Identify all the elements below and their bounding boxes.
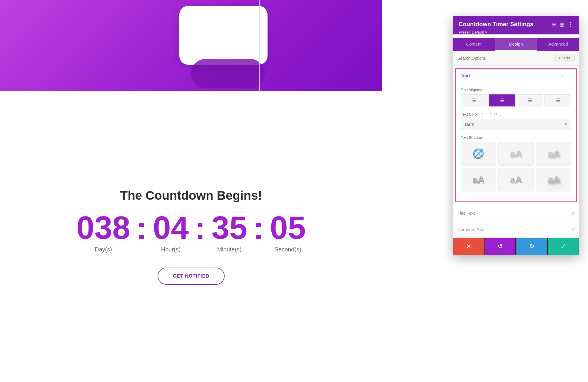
panel-header-icons: ⊞ ▦ ⋮ (552, 21, 573, 28)
settings-panel: Countdown Timer Settings ⊞ ▦ ⋮ Preset: D… (453, 16, 579, 255)
timer-minutes-value: 35 (211, 211, 247, 244)
shadow-style-3-button[interactable]: aA (461, 168, 496, 191)
panel-header-top: Countdown Timer Settings ⊞ ▦ ⋮ (459, 21, 573, 28)
timer-colon-3: : (253, 212, 264, 244)
redo-button[interactable]: ↻ (516, 238, 548, 255)
text-shadow-row: Text Shadow (461, 135, 571, 191)
shadow-style-2-button[interactable]: aA (536, 142, 571, 166)
timer-seconds-label: Second(s) (275, 246, 301, 253)
shadow-style-4-button[interactable]: aA (498, 168, 534, 191)
alignment-buttons: ☰ ☰ ☰ ☰ (461, 94, 571, 106)
align-right-button[interactable]: ☰ (517, 94, 543, 106)
title-text-section[interactable]: Title Text ∨ (453, 205, 579, 221)
cancel-icon: ✕ (466, 243, 471, 250)
save-button[interactable]: ✓ (548, 238, 579, 255)
shadow-preview-4: aA (510, 174, 522, 185)
timer-days-value: 038 (76, 211, 131, 244)
shadow-none-button[interactable] (461, 142, 496, 166)
section-header-icons: ∧ ⋮ (561, 73, 571, 79)
redo-icon: ↻ (529, 243, 534, 250)
shadow-preview-3: aA (472, 174, 485, 185)
alignment-label: Text Alignment (461, 88, 571, 92)
more-options-icon[interactable]: ⋮ (568, 21, 573, 28)
timer-unit-minutes: 35 Minute(s) (211, 211, 247, 253)
text-color-row: Text Color ? ▭ ↖ ↺ ⋮ Dark Light (461, 112, 571, 130)
tab-design[interactable]: Design (495, 38, 537, 51)
color-more-icon[interactable]: ⋮ (499, 112, 503, 116)
collapse-icon[interactable]: ∧ (561, 73, 564, 79)
title-text-label: Title Text (457, 211, 475, 216)
purple-banner (0, 0, 382, 91)
text-alignment-row: Text Alignment ☰ ☰ ☰ ☰ (461, 88, 571, 106)
timer-hours-label: Hour(s) (161, 246, 181, 253)
action-bar: ✕ ↺ ↻ ✓ (453, 238, 579, 255)
numbers-text-section[interactable]: Numbers Text ∨ (453, 221, 579, 238)
timer-unit-days: 038 Day(s) (76, 211, 131, 253)
timer-seconds-value: 05 (270, 211, 306, 244)
device-icon[interactable]: ▭ (485, 112, 488, 116)
filter-button[interactable]: + Filter (554, 54, 574, 62)
shadow-preview-2: aA (548, 149, 560, 159)
preset-label: Preset: Default (459, 30, 484, 34)
panel-tabs: Content Design Advanced (453, 38, 579, 51)
align-center-button[interactable]: ☰ (489, 94, 515, 106)
timer-colon-1: : (136, 212, 147, 244)
timer-unit-seconds: 05 Second(s) (270, 211, 306, 253)
svg-line-1 (475, 151, 482, 157)
canvas-divider (259, 0, 260, 91)
expand-icon[interactable]: ⊞ (552, 21, 556, 28)
undo-button[interactable]: ↺ (485, 238, 516, 255)
countdown-timer: 038 Day(s) : 04 Hour(s) : 35 Minute(s) :… (76, 211, 306, 253)
timer-hours-value: 04 (153, 211, 189, 244)
reset-icon[interactable]: ↺ (494, 112, 497, 116)
no-shadow-icon (473, 149, 484, 159)
search-input[interactable] (457, 56, 554, 61)
main-canvas: The Countdown Begins! 038 Day(s) : 04 Ho… (0, 0, 382, 382)
shadow-style-5-button[interactable]: aA (536, 168, 571, 191)
numbers-text-chevron: ∨ (571, 227, 574, 232)
panel-body: Text ∧ ⋮ Text Alignment ☰ ☰ ☰ ☰ (453, 68, 579, 255)
help-icon[interactable]: ? (481, 112, 483, 116)
countdown-title: The Countdown Begins! (120, 189, 262, 203)
tab-advanced[interactable]: Advanced (537, 38, 579, 51)
align-justify-button[interactable]: ☰ (544, 94, 571, 106)
align-left-button[interactable]: ☰ (461, 94, 487, 106)
grid-icon[interactable]: ▦ (559, 21, 564, 28)
get-notified-button[interactable]: GET NOTIFIED (158, 268, 225, 285)
countdown-content: The Countdown Begins! 038 Day(s) : 04 Ho… (0, 91, 382, 382)
shadow-grid: aA aA aA aA (461, 142, 571, 191)
color-label: Text Color ? ▭ ↖ ↺ ⋮ (461, 112, 571, 116)
timer-unit-hours: 04 Hour(s) (153, 211, 189, 253)
decorative-shape (191, 59, 265, 88)
shadow-style-1-button[interactable]: aA (498, 142, 534, 166)
save-icon: ✓ (561, 243, 566, 250)
timer-colon-2: : (195, 212, 206, 244)
tab-content[interactable]: Content (453, 38, 495, 51)
cancel-button[interactable]: ✕ (453, 238, 485, 255)
timer-minutes-label: Minute(s) (217, 246, 241, 253)
section-content: Text Alignment ☰ ☰ ☰ ☰ Text Color ? ▭ (456, 83, 576, 201)
search-bar: + Filter (453, 51, 579, 66)
text-section-title: Text (461, 73, 470, 79)
title-text-chevron: ∨ (571, 210, 574, 216)
shadow-preview-5: aA (548, 174, 560, 185)
timer-days-label: Day(s) (95, 246, 112, 253)
text-section: Text ∧ ⋮ Text Alignment ☰ ☰ ☰ ☰ (455, 68, 577, 202)
text-section-header: Text ∧ ⋮ (456, 69, 576, 83)
cursor-icon[interactable]: ↖ (489, 112, 493, 116)
panel-header: Countdown Timer Settings ⊞ ▦ ⋮ Preset: D… (453, 16, 579, 34)
preset-selector[interactable]: Preset: Default ▾ (459, 30, 573, 34)
shadow-label: Text Shadow (461, 135, 571, 140)
panel-title: Countdown Timer Settings (459, 21, 533, 28)
undo-icon: ↺ (497, 243, 503, 250)
preset-arrow: ▾ (485, 30, 487, 34)
section-more-icon[interactable]: ⋮ (567, 73, 571, 79)
device-screen (179, 6, 268, 65)
numbers-text-label: Numbers Text (457, 227, 485, 232)
shadow-preview-1: aA (510, 149, 522, 159)
text-color-select[interactable]: Dark Light (461, 119, 571, 130)
